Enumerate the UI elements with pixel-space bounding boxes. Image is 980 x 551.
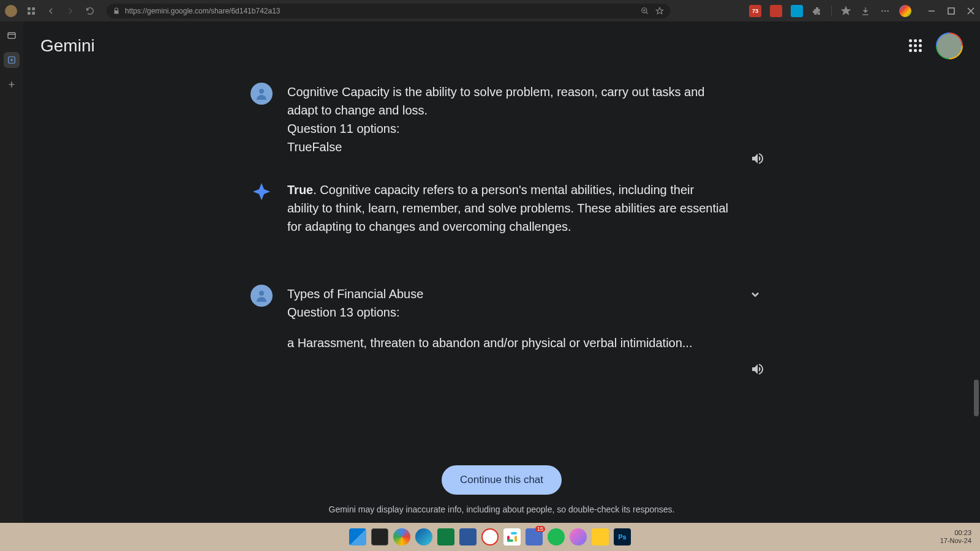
model-text: . Cognitive capacity refers to a person'…	[287, 183, 728, 233]
gemini-title[interactable]: Gemini	[40, 36, 95, 56]
sidebar-add-icon[interactable]	[4, 77, 20, 92]
conversation-area: Cognitive Capacity is the ability to sol…	[23, 70, 980, 465]
svg-point-12	[259, 291, 264, 296]
model-message-body: True. Cognitive capacity refers to a per…	[287, 181, 728, 236]
workspaces-icon[interactable]	[26, 6, 37, 17]
taskbar-edge-icon[interactable]	[415, 528, 432, 545]
favorite-icon[interactable]	[655, 7, 664, 15]
windows-taskbar: 15 Ps 00:23 17-Nov-24	[0, 523, 980, 551]
extensions-icon[interactable]	[812, 6, 823, 17]
url-bar[interactable]: https://gemini.google.com/share/6d141b74…	[107, 4, 670, 18]
taskbar-time: 00:23	[940, 529, 971, 537]
gemini-app: Gemini Cognitive Capacity is the ability…	[23, 21, 980, 523]
back-icon[interactable]	[45, 6, 56, 17]
user-avatar-icon	[251, 285, 273, 307]
gemini-header: Gemini	[23, 21, 980, 70]
svg-point-11	[259, 89, 264, 94]
more-icon[interactable]	[880, 6, 891, 17]
svg-rect-16	[507, 539, 513, 542]
downloads-icon[interactable]	[860, 6, 871, 17]
extension-ublock-icon[interactable]: 73	[749, 5, 761, 17]
svg-rect-15	[514, 536, 517, 542]
svg-rect-1	[32, 7, 35, 10]
svg-point-7	[887, 10, 889, 12]
lock-icon	[113, 7, 120, 15]
extension-red-icon[interactable]	[770, 5, 782, 17]
refresh-icon[interactable]	[85, 6, 96, 17]
google-apps-icon[interactable]	[909, 39, 922, 53]
user-message: Types of Financial Abuse Question 13 opt…	[251, 285, 753, 352]
user-text-line: Cognitive Capacity is the ability to sol…	[287, 83, 728, 119]
speaker-icon[interactable]	[750, 362, 765, 377]
taskbar-explorer-icon[interactable]	[592, 528, 609, 545]
sidebar-new-tab-icon[interactable]	[4, 52, 20, 68]
taskbar-slack-icon[interactable]	[503, 528, 521, 545]
user-message: Cognitive Capacity is the ability to sol…	[251, 83, 753, 156]
zoom-icon[interactable]	[641, 7, 649, 15]
minimize-icon[interactable]	[927, 7, 936, 15]
taskbar-start-icon[interactable]	[349, 528, 366, 545]
sidebar-tabs-icon[interactable]	[4, 28, 20, 43]
disclaimer-text: Gemini may display inaccurate info, incl…	[23, 504, 980, 523]
user-message-body: Cognitive Capacity is the ability to sol…	[287, 83, 728, 156]
user-message-body: Types of Financial Abuse Question 13 opt…	[287, 285, 692, 352]
user-text-line: Types of Financial Abuse	[287, 285, 692, 303]
close-icon[interactable]	[967, 7, 975, 15]
taskbar-teams-icon[interactable]: 15	[526, 528, 543, 545]
model-text-bold: True	[287, 183, 313, 197]
taskbar-photoshop-icon[interactable]: Ps	[614, 528, 631, 545]
gemini-avatar-icon	[251, 181, 273, 203]
svg-rect-8	[948, 8, 954, 14]
taskbar-excel-icon[interactable]	[437, 528, 454, 545]
svg-rect-0	[28, 7, 31, 10]
taskbar-word-icon[interactable]	[459, 528, 477, 545]
taskbar-clock[interactable]: 00:23 17-Nov-24	[940, 529, 980, 545]
model-message: True. Cognitive capacity refers to a per…	[251, 181, 753, 236]
svg-point-5	[881, 10, 883, 12]
url-text: https://gemini.google.com/share/6d141b74…	[125, 7, 281, 15]
taskbar-taskview-icon[interactable]	[371, 528, 388, 545]
svg-rect-14	[511, 532, 517, 534]
continue-chat-button[interactable]: Continue this chat	[442, 465, 562, 495]
maximize-icon[interactable]	[947, 7, 956, 15]
speaker-icon[interactable]	[750, 151, 765, 166]
taskbar-date: 17-Nov-24	[940, 537, 971, 545]
user-avatar-icon	[251, 83, 273, 105]
forward-icon[interactable]	[65, 6, 76, 17]
svg-point-6	[884, 10, 886, 12]
browser-toolbar: https://gemini.google.com/share/6d141b74…	[0, 0, 980, 21]
user-avatar[interactable]	[936, 32, 963, 59]
scrollbar-thumb[interactable]	[974, 380, 979, 416]
svg-rect-9	[8, 32, 15, 38]
taskbar-spotify-icon[interactable]	[548, 528, 565, 545]
taskbar-badge: 15	[535, 526, 545, 532]
user-text-line: a Harassment, threaten to abandon and/or…	[287, 334, 692, 352]
favorites-icon[interactable]	[840, 6, 851, 17]
chevron-down-icon[interactable]	[749, 288, 761, 301]
browser-sidebar	[0, 21, 23, 523]
user-text-line: TrueFalse	[287, 138, 728, 156]
browser-profile-icon[interactable]	[5, 5, 17, 17]
copilot-icon[interactable]	[899, 5, 911, 17]
taskbar-chrome-icon[interactable]	[393, 528, 410, 545]
user-text-line: Question 11 options:	[287, 119, 728, 138]
taskbar-messenger-icon[interactable]	[570, 528, 587, 545]
svg-rect-2	[28, 12, 31, 15]
svg-rect-3	[32, 12, 35, 15]
user-text-line: Question 13 options:	[287, 303, 692, 321]
taskbar-opera-icon[interactable]	[481, 528, 499, 545]
extension-blue-icon[interactable]	[791, 5, 803, 17]
